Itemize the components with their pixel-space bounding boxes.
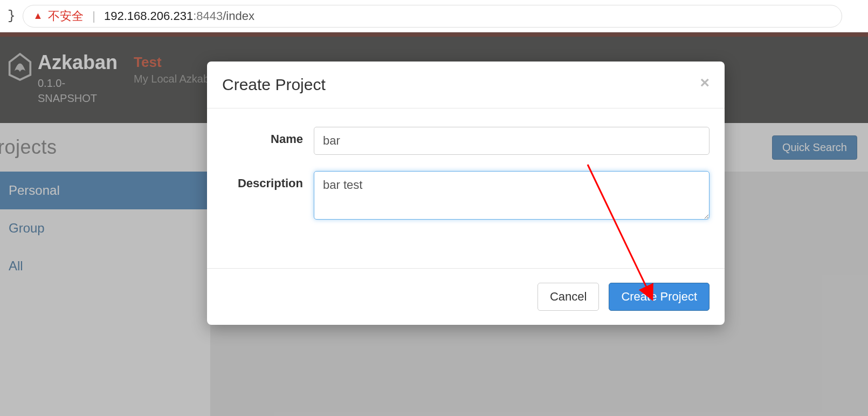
app-viewport: Azkaban 0.1.0- SNAPSHOT Test My Local Az… xyxy=(0,32,868,416)
create-project-modal: Create Project × Name Description bar te… xyxy=(207,62,725,325)
modal-header: Create Project × xyxy=(207,62,725,108)
modal-title: Create Project xyxy=(222,76,326,94)
modal-body: Name Description bar test xyxy=(207,108,725,268)
url-port: :8443 xyxy=(193,9,223,23)
url-host: 192.168.206.231 xyxy=(104,9,193,23)
back-glyph-icon[interactable]: } xyxy=(8,9,15,23)
url-text: 192.168.206.231:8443/index xyxy=(104,9,254,23)
url-path: /index xyxy=(223,9,254,23)
project-name-input[interactable] xyxy=(314,127,709,155)
address-separator: | xyxy=(89,9,99,23)
form-row-description: Description bar test xyxy=(222,171,709,220)
cancel-button[interactable]: Cancel xyxy=(538,283,599,311)
not-secure-label: 不安全 xyxy=(48,8,84,24)
description-label: Description xyxy=(222,171,314,220)
address-box[interactable]: ▲ 不安全 | 192.168.206.231:8443/index xyxy=(23,5,842,28)
close-icon[interactable]: × xyxy=(700,78,709,87)
warning-icon: ▲ xyxy=(33,10,43,22)
browser-address-bar: } ▲ 不安全 | 192.168.206.231:8443/index xyxy=(0,0,868,32)
modal-footer: Cancel Create Project xyxy=(207,268,725,325)
create-project-button[interactable]: Create Project xyxy=(609,283,709,311)
name-label: Name xyxy=(222,127,314,155)
project-description-input[interactable]: bar test xyxy=(314,171,709,220)
form-row-name: Name xyxy=(222,127,709,155)
